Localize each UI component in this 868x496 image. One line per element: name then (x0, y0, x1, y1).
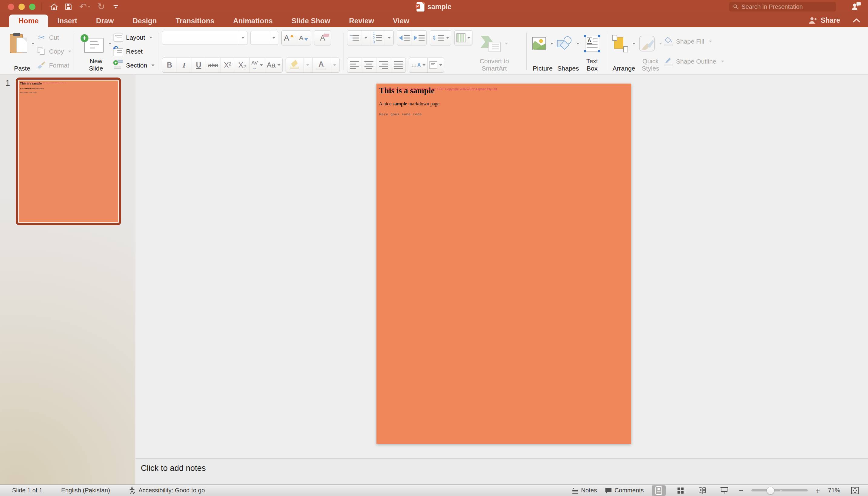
numbering-button[interactable]: 123 (370, 31, 385, 45)
arrange-button[interactable]: Arrange (610, 30, 637, 73)
shape-fill-button[interactable]: Shape Fill (664, 35, 724, 48)
decrease-indent-button[interactable] (397, 31, 412, 45)
columns-button[interactable] (454, 31, 472, 45)
close-window-button[interactable] (8, 4, 14, 10)
copy-dropdown-arrow[interactable] (68, 50, 71, 52)
align-left-button[interactable] (347, 58, 362, 72)
increase-font-size-button[interactable]: A (282, 31, 296, 45)
paste-button[interactable]: Paste (8, 30, 36, 73)
align-center-button[interactable] (362, 58, 376, 72)
quick-styles-button[interactable]: Quick Styles (637, 30, 664, 73)
reading-view-button[interactable] (695, 485, 709, 496)
increase-indent-button[interactable] (412, 31, 427, 45)
tab-design[interactable]: Design (123, 15, 166, 27)
highlight-button[interactable] (286, 58, 304, 72)
zoom-window-button[interactable] (29, 4, 35, 10)
slide-sorter-view-button[interactable] (673, 485, 687, 496)
layout-button[interactable]: Layout (113, 31, 154, 44)
home-quick-button[interactable] (48, 1, 60, 12)
cut-button[interactable]: ✂ Cut (36, 31, 71, 44)
character-spacing-button[interactable]: AV↔ (250, 58, 265, 72)
line-spacing-button[interactable]: ⇕ (430, 31, 451, 45)
new-slide-dropdown-arrow[interactable] (108, 43, 111, 45)
tab-slide-show[interactable]: Slide Show (282, 15, 340, 27)
convert-to-smartart-button[interactable]: Convert to SmartArt (474, 30, 514, 73)
presence-button[interactable] (851, 1, 861, 12)
text-direction-dropdown-arrow[interactable] (422, 64, 425, 66)
bold-button[interactable]: B (162, 58, 177, 72)
smartart-dropdown-arrow[interactable] (505, 43, 508, 45)
clear-formatting-button[interactable]: A (314, 30, 331, 45)
picture-dropdown-arrow[interactable] (550, 43, 553, 45)
align-text-dropdown-arrow[interactable] (439, 64, 442, 66)
reset-button[interactable]: ↶ Reset (113, 45, 154, 58)
search-input[interactable] (741, 3, 832, 10)
undo-button[interactable]: ↶ (77, 1, 93, 12)
change-case-dropdown-arrow[interactable] (277, 64, 280, 66)
character-spacing-dropdown-arrow[interactable] (260, 64, 263, 66)
shape-fill-dropdown-arrow[interactable] (709, 41, 712, 42)
line-spacing-dropdown-arrow[interactable] (446, 37, 449, 39)
bullets-button[interactable] (347, 31, 362, 45)
zoom-slider-knob[interactable] (766, 486, 774, 495)
subscript-button[interactable]: X₂ (235, 58, 250, 72)
arrange-dropdown-arrow[interactable] (632, 43, 635, 45)
minimize-window-button[interactable] (18, 4, 25, 10)
tab-animations[interactable]: Animations (224, 15, 282, 27)
zoom-slider[interactable] (751, 489, 808, 492)
section-dropdown-arrow[interactable] (152, 64, 154, 66)
shape-outline-dropdown-arrow[interactable] (721, 61, 724, 62)
new-slide-button[interactable]: + New Slide (79, 30, 113, 73)
decrease-font-size-button[interactable]: A (296, 31, 311, 45)
normal-view-button[interactable] (652, 485, 666, 496)
tab-review[interactable]: Review (340, 15, 384, 27)
slide-thumbnail[interactable]: This is a sample Evaluation Only. Create… (16, 78, 121, 225)
collapse-ribbon-chevron-icon[interactable] (852, 18, 861, 23)
tab-insert[interactable]: Insert (48, 15, 87, 27)
picture-button[interactable]: Picture (530, 30, 555, 73)
tab-view[interactable]: View (384, 15, 419, 27)
underline-button[interactable]: U (191, 58, 206, 72)
copy-button[interactable]: Copy (36, 45, 71, 58)
numbering-dropdown[interactable] (385, 31, 393, 45)
font-size-combobox[interactable] (250, 31, 278, 45)
shapes-button[interactable]: Shapes (555, 30, 581, 73)
text-direction-button[interactable]: ↓↓↓A (409, 58, 428, 72)
notes-pane[interactable]: Click to add notes (135, 459, 868, 484)
font-color-dropdown[interactable] (330, 58, 339, 72)
font-name-combobox[interactable] (162, 31, 247, 45)
customize-toolbar-button[interactable] (110, 1, 122, 12)
bullets-dropdown[interactable] (362, 31, 370, 45)
layout-dropdown-arrow[interactable] (149, 37, 152, 38)
section-button[interactable]: + Section (113, 59, 154, 72)
shape-outline-button[interactable]: Shape Outline (664, 55, 724, 68)
redo-button[interactable]: ↻ (95, 1, 107, 12)
align-text-button[interactable] (428, 58, 444, 72)
paste-dropdown-arrow[interactable] (31, 43, 34, 45)
superscript-button[interactable]: X² (220, 58, 235, 72)
font-color-button[interactable]: A (312, 58, 330, 72)
quick-styles-dropdown-arrow[interactable] (659, 43, 662, 45)
justify-button[interactable] (391, 58, 405, 72)
zoom-level[interactable]: 71% (828, 487, 840, 494)
share-button[interactable]: Share (809, 16, 840, 25)
format-painter-button[interactable]: Format (36, 59, 71, 72)
tab-home[interactable]: Home (9, 15, 48, 27)
accessibility-status[interactable]: Accessibility: Good to go (129, 486, 205, 495)
fit-slide-to-window-button[interactable] (848, 485, 862, 496)
tab-draw[interactable]: Draw (87, 15, 123, 27)
slide[interactable]: This is a sample Evaluation Only. Create… (376, 83, 631, 444)
columns-dropdown-arrow[interactable] (467, 37, 470, 39)
slide-editor-canvas[interactable]: This is a sample Evaluation Only. Create… (135, 75, 868, 459)
slide-show-button[interactable] (717, 485, 731, 496)
strikethrough-button[interactable]: abe (206, 58, 220, 72)
italic-button[interactable]: I (177, 58, 191, 72)
notes-toggle[interactable]: Notes (572, 487, 597, 494)
save-button[interactable] (62, 1, 75, 12)
highlight-dropdown[interactable] (304, 58, 312, 72)
tab-transitions[interactable]: Transitions (166, 15, 224, 27)
shapes-dropdown-arrow[interactable] (576, 43, 579, 45)
change-case-button[interactable]: Aa (265, 58, 282, 72)
text-box-button[interactable]: A Text Box (581, 30, 603, 73)
search-box[interactable] (729, 2, 836, 12)
